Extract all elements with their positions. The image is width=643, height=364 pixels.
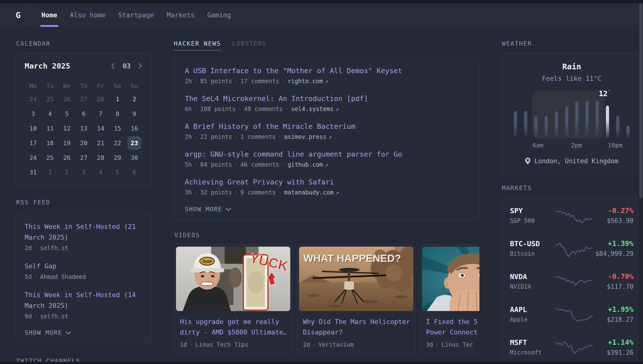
nav-tab-markets[interactable]: Markets <box>167 3 195 27</box>
video-card[interactable]: WHAT HAPPENED? WHAT HAPPENED? Why Did Th… <box>297 244 415 355</box>
news-comments[interactable]: 1 comments <box>240 134 276 140</box>
top-navigation: G HomeAlso homeStartpageMarketsGaming <box>0 3 643 27</box>
calendar-day[interactable]: 21 <box>92 136 109 150</box>
calendar-day[interactable]: 7 <box>92 106 109 121</box>
calendar-day[interactable]: 27 <box>75 150 92 165</box>
nav-tab-also-home[interactable]: Also home <box>70 3 106 27</box>
calendar-day[interactable]: 5 <box>58 106 75 121</box>
market-row-nvda[interactable]: NVDA NVIDIA-0.70% $117.70 <box>510 265 633 298</box>
calendar-next-icon[interactable] <box>138 62 143 70</box>
calendar-day[interactable]: 4 <box>92 165 109 180</box>
video-thumbnail[interactable]: Geek YUCK <box>176 247 290 311</box>
calendar-day[interactable]: 13 <box>75 121 92 136</box>
calendar-day[interactable]: 3 <box>75 165 92 180</box>
calendar-day[interactable]: 30 <box>126 150 143 165</box>
calendar-day[interactable]: 2 <box>58 165 75 180</box>
calendar-day[interactable]: 28 <box>92 150 109 165</box>
news-domain-link[interactable]: matanabudy.com <box>284 189 333 196</box>
news-domain-link[interactable]: sel4.systems <box>291 106 333 112</box>
calendar-day[interactable]: 8 <box>109 106 126 121</box>
markets-section-label: MARKETS <box>502 184 642 192</box>
calendar-day[interactable]: 3 <box>25 106 42 121</box>
calendar-day[interactable]: 14 <box>92 121 109 136</box>
app-logo[interactable]: G <box>16 10 21 20</box>
video-channel[interactable]: Linus Tech Tips <box>195 341 248 348</box>
calendar-day[interactable]: 27 <box>75 92 92 106</box>
news-comments[interactable]: 40 comments <box>244 106 283 112</box>
rss-item-link[interactable]: This Week in Self-Hosted (21 March 2025) <box>25 221 143 243</box>
market-row-msft[interactable]: MSFT Microsoft+1.14% $391.26 <box>510 330 633 364</box>
calendar-day[interactable]: 29 <box>109 150 126 165</box>
news-comments[interactable]: 9 comments <box>240 189 276 196</box>
video-channel[interactable]: Veritasium <box>318 341 354 348</box>
video-time: 1d <box>180 341 187 348</box>
calendar-day[interactable]: 24 <box>25 92 42 106</box>
calendar-day[interactable]: 23 <box>126 136 143 150</box>
video-thumbnail[interactable]: DO TH T <box>422 247 479 311</box>
calendar-day[interactable]: 26 <box>58 150 75 165</box>
calendar-day[interactable]: 5 <box>109 165 126 180</box>
calendar-day[interactable]: 20 <box>75 136 92 150</box>
calendar-day[interactable]: 25 <box>42 150 58 165</box>
video-card[interactable]: Geek YUCK His upgrade got me reallydirty… <box>174 244 292 355</box>
market-row-btc-usd[interactable]: BTC-USD Bitcoin+1.39% $84,999.29 <box>510 232 633 265</box>
video-channel[interactable]: Linus Tec <box>441 341 473 348</box>
news-title-link[interactable]: A USB Interface to the "Mother of All De… <box>185 66 468 75</box>
weather-hour-labels: 6am2pm10pm <box>514 142 629 150</box>
news-domain-link[interactable]: righto.com <box>288 78 323 85</box>
rss-item-link[interactable]: This Week in Self-Hosted (14 March 2025) <box>25 290 143 311</box>
news-show-more-button[interactable]: SHOW MORE <box>185 206 468 213</box>
nav-tab-home[interactable]: Home <box>41 3 57 27</box>
news-domain-link[interactable]: github.com <box>288 161 323 168</box>
calendar-day[interactable]: 24 <box>25 150 42 165</box>
calendar-day[interactable]: 28 <box>92 92 109 106</box>
calendar-day[interactable]: 6 <box>126 165 143 180</box>
video-card[interactable]: DO TH T I Fixed the 5Power Connect3d·Lin… <box>420 244 479 355</box>
news-title-link[interactable]: A Brief History of the Miracle Bacterium <box>185 122 468 130</box>
news-item: argp: GNU-style command line argument pa… <box>185 150 468 168</box>
calendar-day[interactable]: 6 <box>75 106 92 121</box>
calendar-day[interactable]: 1 <box>42 165 58 180</box>
calendar-day[interactable]: 2 <box>126 92 143 106</box>
video-title-link[interactable]: I Fixed the 5Power Connect <box>422 311 479 338</box>
calendar-day[interactable]: 1 <box>109 92 126 106</box>
calendar-day[interactable]: 10 <box>25 121 42 136</box>
calendar-day[interactable]: 22 <box>109 136 126 150</box>
calendar-prev-icon[interactable] <box>110 62 116 70</box>
calendar-day-selected[interactable]: 23 <box>128 136 141 150</box>
news-tab-lobsters[interactable]: LOBSTERS <box>232 40 266 51</box>
news-comments[interactable]: 17 comments <box>240 78 279 85</box>
news-tab-hacker-news[interactable]: HACKER NEWS <box>174 40 221 51</box>
market-name: Bitcoin <box>510 250 554 257</box>
calendar-day[interactable]: 18 <box>42 136 58 150</box>
rss-item-link[interactable]: Self Gap <box>25 261 143 272</box>
calendar-day[interactable]: 26 <box>58 92 75 106</box>
calendar-day[interactable]: 19 <box>58 136 75 150</box>
scrollbar-thumb[interactable] <box>639 3 642 198</box>
news-title-link[interactable]: Achieving Great Privacy with Safari <box>185 178 468 186</box>
dot-separator: · <box>279 78 288 85</box>
video-title-link[interactable]: Why Did The Mars HelicopterDisappear? <box>299 311 413 338</box>
news-title-link[interactable]: argp: GNU-style command line argument pa… <box>185 150 468 158</box>
svg-text:WHAT HAPPENED?: WHAT HAPPENED? <box>303 252 401 264</box>
calendar-day[interactable]: 9 <box>126 106 143 121</box>
calendar-day[interactable]: 11 <box>42 121 58 136</box>
calendar-day[interactable]: 12 <box>58 121 75 136</box>
nav-tab-gaming[interactable]: Gaming <box>207 3 231 27</box>
calendar-day[interactable]: 16 <box>126 121 143 136</box>
calendar-day[interactable]: 31 <box>25 165 42 180</box>
calendar-day[interactable]: 15 <box>109 121 126 136</box>
calendar-day[interactable]: 4 <box>42 106 58 121</box>
calendar-day[interactable]: 17 <box>25 136 42 150</box>
video-thumbnail[interactable]: WHAT HAPPENED? WHAT HAPPENED? <box>299 247 413 311</box>
market-row-spy[interactable]: SPY S&P 500-0.27% $563.98 <box>510 199 633 232</box>
market-row-aapl[interactable]: AAPL Apple+1.95% $218.27 <box>510 298 633 330</box>
rss-show-more-button[interactable]: SHOW MORE <box>25 329 143 336</box>
news-domain-link[interactable]: asimov.press <box>284 134 326 140</box>
nav-tab-startpage[interactable]: Startpage <box>118 3 154 27</box>
news-comments[interactable]: 46 comments <box>240 161 279 168</box>
calendar-day[interactable]: 25 <box>42 92 58 106</box>
news-title-link[interactable]: The SeL4 Microkernel: An Introduction [p… <box>185 94 468 103</box>
market-sparkline <box>556 206 593 224</box>
video-title-link[interactable]: His upgrade got me reallydirty - AMD $50… <box>176 311 290 338</box>
